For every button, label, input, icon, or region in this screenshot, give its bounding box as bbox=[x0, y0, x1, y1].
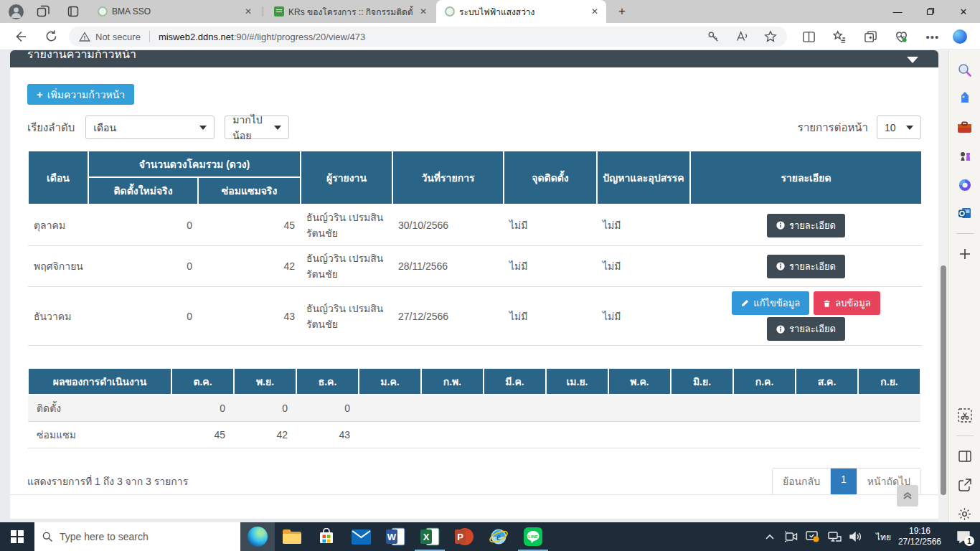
scroll-to-top-button[interactable] bbox=[897, 485, 918, 507]
plus-icon: + bbox=[37, 88, 43, 100]
cell-date: 30/10/2566 bbox=[392, 204, 504, 246]
browser-essentials-icon[interactable] bbox=[894, 29, 908, 44]
sidebar-open-link-icon[interactable] bbox=[956, 476, 974, 494]
summary-row: ติดตั้ง000 bbox=[28, 395, 920, 421]
taskbar-mail-icon[interactable] bbox=[344, 522, 378, 551]
sort-field-select[interactable]: เดือน bbox=[85, 116, 215, 139]
back-icon[interactable] bbox=[13, 29, 27, 44]
tray-update-icon[interactable] bbox=[804, 528, 821, 545]
progress-row: พฤศจิกายน042ธันญ์วริน เปรมสิน รัตนชัย28/… bbox=[28, 246, 922, 287]
prev-page-button[interactable]: ย้อนกลับ bbox=[773, 468, 831, 494]
favorite-star-icon[interactable] bbox=[764, 30, 777, 43]
sidebar-tools-icon[interactable] bbox=[956, 119, 974, 136]
tab-actions-icon[interactable] bbox=[66, 4, 80, 19]
address-bar[interactable]: Not secure misweb2.ddns.net:90/#/light/p… bbox=[69, 27, 787, 47]
detail-button[interactable]: รายละเอียด bbox=[767, 255, 845, 278]
sort-direction-select[interactable]: มากไปน้อย bbox=[225, 116, 289, 139]
settings-more-icon[interactable]: ••• bbox=[925, 29, 940, 44]
edit-button[interactable]: แก้ไขข้อมูล bbox=[732, 291, 809, 315]
new-tab-button[interactable]: + bbox=[614, 4, 630, 19]
copilot-icon[interactable] bbox=[953, 29, 967, 44]
detail-button[interactable]: รายละเอียด bbox=[767, 317, 845, 341]
summary-row: ซ่อมแซม454243 bbox=[28, 421, 920, 448]
windows-taskbar: Type here to search W X P e LINE bbox=[0, 522, 980, 551]
tab-close-icon[interactable]: ✕ bbox=[589, 6, 600, 17]
warning-icon[interactable] bbox=[79, 32, 90, 42]
tray-network-icon[interactable] bbox=[826, 528, 843, 545]
refresh-icon[interactable] bbox=[44, 29, 59, 44]
sort-label: เรียงลำดับ bbox=[27, 119, 75, 136]
cell-location: ไม่มี bbox=[504, 204, 597, 246]
summary-col-month: ม.ค. bbox=[359, 368, 421, 395]
taskbar-clock[interactable]: 19:16 27/12/2566 bbox=[898, 526, 941, 547]
taskbar-word-icon[interactable]: W bbox=[378, 522, 413, 551]
tab-lighting-system[interactable]: ระบบไฟฟ้าแสงสว่าง ✕ bbox=[436, 0, 606, 23]
delete-button[interactable]: ลบข้อมูล bbox=[814, 291, 880, 315]
cell-repair: 43 bbox=[198, 287, 301, 346]
system-tray: ไทย 19:16 27/12/2566 1 bbox=[761, 522, 980, 551]
sidebar-search-icon[interactable] bbox=[956, 62, 974, 79]
per-page-select[interactable]: 10 bbox=[877, 116, 921, 139]
taskbar-ie-icon[interactable]: e bbox=[481, 522, 516, 551]
scrollbar-thumb[interactable] bbox=[941, 265, 946, 495]
taskbar-line-icon[interactable]: LINE bbox=[516, 522, 550, 551]
per-page-label: รายการต่อหน้า bbox=[798, 119, 868, 136]
password-icon[interactable] bbox=[707, 30, 720, 43]
tab-close-icon[interactable]: ✕ bbox=[418, 6, 429, 17]
profile-avatar[interactable] bbox=[9, 4, 24, 19]
close-button[interactable]: ✕ bbox=[947, 0, 980, 23]
search-icon bbox=[42, 531, 53, 542]
taskbar-search-box[interactable]: Type here to search bbox=[34, 522, 240, 551]
tray-meet-now-icon[interactable] bbox=[783, 528, 800, 545]
sidebar-m365-icon[interactable] bbox=[956, 176, 974, 194]
tab-bma-sso[interactable]: BMA SSO ✕ bbox=[89, 0, 260, 23]
summary-value bbox=[796, 421, 858, 448]
taskbar-edge-icon[interactable] bbox=[240, 522, 275, 551]
sidebar-add-icon[interactable] bbox=[956, 245, 974, 263]
detail-button[interactable]: รายละเอียด bbox=[767, 214, 845, 237]
tab-title: ระบบไฟฟ้าแสงสว่าง bbox=[459, 5, 585, 19]
summary-col-month: ส.ค. bbox=[796, 368, 858, 395]
showing-entries-text: แสดงรายการที่ 1 ถึง 3 จาก 3 รายการ bbox=[27, 474, 188, 489]
svg-text:P: P bbox=[457, 532, 463, 542]
sidebar-panel-icon[interactable] bbox=[956, 448, 974, 465]
read-aloud-icon[interactable] bbox=[735, 30, 748, 43]
collections-icon[interactable] bbox=[863, 29, 877, 44]
summary-value bbox=[421, 395, 484, 421]
taskbar-powerpoint-icon[interactable]: P bbox=[447, 522, 481, 551]
summary-value bbox=[546, 421, 608, 448]
url-host: misweb2.ddns.net bbox=[159, 32, 234, 42]
favorites-icon[interactable] bbox=[832, 29, 847, 44]
split-screen-icon[interactable] bbox=[801, 29, 816, 44]
tray-chevron-up-icon[interactable] bbox=[761, 528, 778, 545]
page-scrollbar[interactable] bbox=[938, 50, 948, 522]
summary-value: 0 bbox=[296, 395, 359, 421]
progress-row: ธันวาคม043ธันญ์วริน เปรมสิน รัตนชัย27/12… bbox=[28, 287, 922, 346]
summary-col-month: ต.ค. bbox=[171, 368, 234, 395]
tray-volume-icon[interactable] bbox=[847, 528, 864, 545]
workspaces-icon[interactable] bbox=[36, 4, 50, 19]
cell-problem: ไม่มี bbox=[597, 204, 690, 246]
tab-close-icon[interactable]: ✕ bbox=[242, 6, 254, 17]
sidebar-shopping-icon[interactable] bbox=[956, 90, 974, 108]
add-progress-button[interactable]: + เพิ่มความก้าวหน้า bbox=[27, 84, 134, 105]
notification-center-icon[interactable]: 1 bbox=[951, 522, 976, 551]
start-button[interactable] bbox=[0, 522, 34, 551]
taskbar-store-icon[interactable] bbox=[309, 522, 344, 551]
language-indicator[interactable]: ไทย bbox=[876, 530, 891, 544]
summary-table-head: ผลของการดำเนินงาน ต.ค.พ.ย.ธ.ค.ม.ค.ก.พ.มี… bbox=[28, 368, 920, 395]
tab-krs[interactable]: KRs ของโครงการ :: กิจกรรมติดตั้ง/ซ่อ ✕ bbox=[265, 0, 435, 23]
minimize-button[interactable]: — bbox=[881, 0, 914, 23]
sidebar-games-icon[interactable] bbox=[956, 148, 974, 165]
col-repair: ซ่อมแซมจริง bbox=[198, 177, 301, 204]
sidebar-capture-icon[interactable] bbox=[956, 407, 974, 424]
current-page-button[interactable]: 1 bbox=[831, 468, 857, 494]
taskbar-excel-icon[interactable]: X bbox=[413, 522, 447, 551]
taskbar-explorer-icon[interactable] bbox=[275, 522, 309, 551]
search-placeholder: Type here to search bbox=[60, 531, 149, 542]
panel-title: รายงานความก้าวหน้า bbox=[27, 50, 136, 63]
collapse-caret-icon[interactable] bbox=[907, 57, 918, 63]
sidebar-settings-icon[interactable] bbox=[956, 505, 974, 522]
restore-button[interactable] bbox=[914, 0, 947, 23]
sidebar-outlook-icon[interactable] bbox=[956, 205, 974, 222]
